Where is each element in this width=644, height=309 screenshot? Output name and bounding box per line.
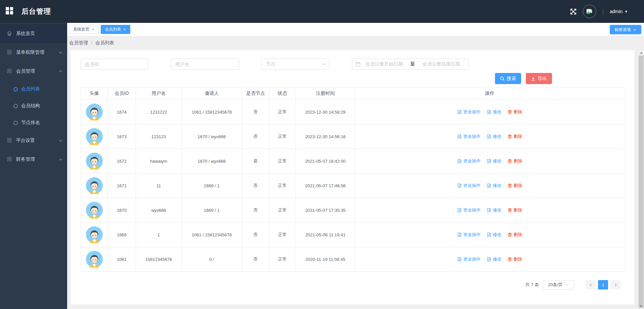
username-cell: 1 [136,223,182,247]
sidebar-item-member-management[interactable]: 会员管理 [0,62,67,81]
search-icon [500,76,505,81]
member-table-body: 1674 1231222 1061 / 15812345678 否 正常 202… [81,100,625,272]
close-icon[interactable]: × [92,27,94,32]
inviter-cell: 1669 / 1 [182,173,242,198]
sidebar-item-member-list[interactable]: 会员列表 [0,81,67,98]
scroll-up-arrow[interactable] [638,50,644,55]
funds-action-link[interactable]: 资金操作 [457,232,481,238]
funds-action-link[interactable]: 资金操作 [457,256,481,262]
page-size-select[interactable]: 20条/页 [543,280,574,289]
edit-action-link[interactable]: 修改 [487,133,502,140]
fullscreen-icon[interactable] [570,8,577,15]
close-icon[interactable]: × [124,27,126,32]
main-area: 系统首页 × 会员列表 × 标签选项 会员管理 / 会员列表 [67,23,644,309]
sidebar-item-home[interactable]: 系统首页 [0,24,67,43]
register-date-range-input[interactable]: 会员注册开始日期 至 会员注册结束日期 [352,59,469,70]
tab-home[interactable]: 系统首页 × [69,25,99,34]
delete-action-link[interactable]: 删除 [508,109,522,115]
inviter-cell: 1670 / wys666 [182,149,242,173]
edit-action-link[interactable]: 修改 [487,207,502,213]
username-cell: 11 [136,173,182,198]
sidebar-item-label: 会员结构 [21,103,40,109]
inviter-cell: 0 / [182,247,242,272]
download-icon [531,76,536,81]
edit-action-link[interactable]: 修改 [487,183,502,189]
sidebar-item-menu-permissions[interactable]: 菜单权限管理 [0,43,67,62]
total-count: 共 7 条 [525,282,539,288]
delete-action-link[interactable]: 删除 [508,158,522,164]
vertical-scrollbar[interactable] [638,50,644,309]
username-input[interactable] [171,59,239,70]
user-avatar[interactable] [583,5,596,18]
tab-bar: 系统首页 × 会员列表 × 标签选项 [67,23,644,36]
sidebar-item-node-ranking[interactable]: 节点排名 [0,114,67,131]
col-username: 用户名 [136,87,182,100]
is-node-cell: 否 [242,124,269,149]
delete-action-link[interactable]: 删除 [508,133,522,140]
tag-options-button[interactable]: 标签选项 [610,25,641,34]
edit-action-link[interactable]: 修改 [487,158,502,164]
sidebar-item-finance-management[interactable]: 财务管理 [0,150,67,169]
document-icon [487,208,491,213]
prev-page-button[interactable] [586,280,596,289]
sidebar-item-member-structure[interactable]: 会员结构 [0,98,67,114]
search-button[interactable]: 搜索 [495,73,521,84]
scroll-down-arrow[interactable] [640,305,642,307]
funds-action-link[interactable]: 资金操作 [457,158,481,164]
member-id-cell: 1061 [108,247,136,272]
document-icon [487,110,491,114]
chevron-left-icon [589,283,593,287]
status-cell: 正常 [269,173,296,198]
next-page-button[interactable] [610,280,620,289]
sidebar-item-platform-settings[interactable]: 平台设置 [0,131,67,150]
document-icon [457,183,462,188]
sidebar-item-label: 平台设置 [16,138,35,144]
funds-action-link[interactable]: 资金操作 [457,109,481,115]
document-icon [487,183,491,188]
funds-action-link[interactable]: 资金操作 [457,133,481,140]
username-cell: 123123 [136,124,182,149]
edit-action-link[interactable]: 修改 [487,256,502,262]
sidebar-item-label: 系统首页 [16,31,35,37]
chevron-right-icon [614,283,617,287]
member-id-input[interactable] [81,59,148,70]
circle-icon [13,121,18,125]
col-avatar: 头像 [81,87,108,100]
broken-image-icon [586,8,593,15]
apps-icon [7,138,12,144]
trash-icon [508,257,512,262]
is-node-cell: 否 [242,223,269,247]
edit-action-link[interactable]: 修改 [487,232,502,238]
export-button-label: 导出 [538,76,547,82]
sidebar-item-label: 会员管理 [16,68,35,74]
funds-action-link[interactable]: 资金操作 [457,183,481,189]
username: admin [610,9,623,14]
funds-action-link[interactable]: 资金操作 [457,207,481,213]
page-1-button[interactable]: 1 [598,280,608,289]
edit-action-link[interactable]: 修改 [487,109,502,115]
delete-action-link[interactable]: 删除 [508,207,522,213]
export-button[interactable]: 导出 [526,73,552,84]
col-actions: 操作 [355,87,625,100]
username-cell: wys666 [136,198,182,223]
tab-member-list[interactable]: 会员列表 × [101,25,131,34]
col-reg-time: 注册时间 [296,87,355,100]
member-avatar [86,177,103,194]
tag-options-label: 标签选项 [615,27,631,33]
delete-action-link[interactable]: 删除 [508,256,522,262]
user-menu[interactable]: admin ▼ [610,9,628,14]
node-select[interactable]: 节点 [262,59,329,70]
delete-action-link[interactable]: 删除 [508,232,522,238]
filter-actions: 搜索 导出 [71,73,635,84]
separator: | [602,9,604,14]
chevron-down-icon [565,283,569,287]
scrollbar-thumb[interactable] [639,55,644,308]
delete-action-link[interactable]: 删除 [508,183,522,189]
top-bar: 后台管理 | admin ▼ [0,0,644,23]
pagination: 共 7 条 20条/页 1 [71,280,635,289]
col-status: 状态 [269,87,296,100]
date-start-placeholder: 会员注册开始日期 [365,61,403,67]
document-icon [457,232,462,237]
member-id-cell: 1673 [108,124,136,149]
breadcrumb-parent[interactable]: 会员管理 [69,40,88,46]
